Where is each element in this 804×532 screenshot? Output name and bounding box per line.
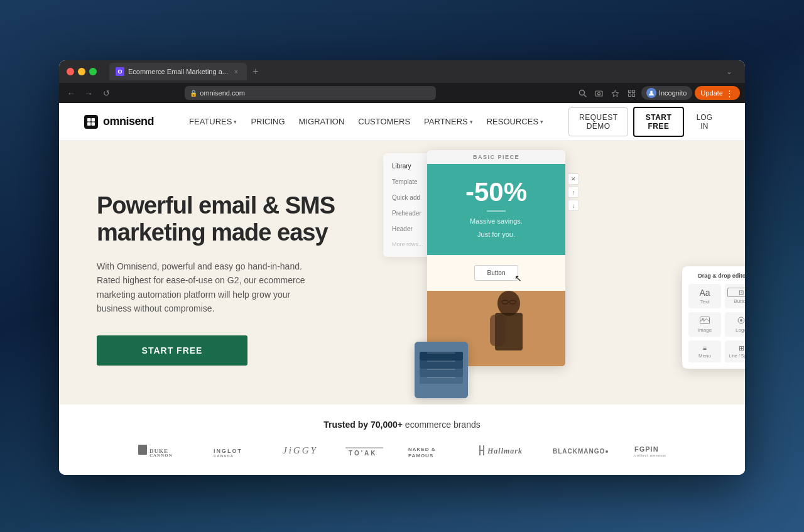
dragdrop-linespace[interactable]: ⊞ Line / Space <box>725 340 745 362</box>
svg-rect-31 <box>427 369 455 370</box>
dragdrop-menu-label: Menu <box>691 353 719 359</box>
dragdrop-grid: Aa Text ⊡ Button <box>688 284 745 362</box>
trusted-text: Trusted by 70,000+ ecommerce brands <box>323 420 480 430</box>
svg-marker-4 <box>612 90 619 97</box>
nav-features[interactable]: FEATURES ▾ <box>184 113 242 130</box>
svg-point-15 <box>497 291 520 316</box>
minimize-window-button[interactable] <box>78 68 85 75</box>
nav-resources[interactable]: RESOURCES ▾ <box>482 113 548 130</box>
dragdrop-panel: Drag & drop editor Aa Text ⊡ Button <box>682 266 745 369</box>
active-tab[interactable]: O Ecommerce Email Marketing a... × <box>109 63 247 80</box>
screenshot-icon[interactable] <box>592 86 606 100</box>
editor-move-down-button[interactable]: ↓ <box>568 200 579 211</box>
svg-rect-17 <box>490 315 505 346</box>
close-window-button[interactable] <box>67 68 74 75</box>
nav-pricing[interactable]: PRICING <box>246 113 290 130</box>
dragdrop-menu[interactable]: ≡ Menu <box>688 340 721 362</box>
svg-point-9 <box>650 91 653 94</box>
dragdrop-logo[interactable]: Logo <box>725 312 745 337</box>
brand-jiggy: JiGGY <box>283 443 320 460</box>
svg-text:Hallmark: Hallmark <box>487 447 523 455</box>
hero-description: With Omnisend, powerful and easy go hand… <box>97 259 323 316</box>
svg-text:BLACKMANGO: BLACKMANGO <box>553 448 605 455</box>
resources-chevron: ▾ <box>540 119 543 125</box>
nav-customers[interactable]: CUSTOMERS <box>353 113 415 130</box>
brand-logos: DUKE CANNON INGLOT CANADA JiGGY <box>138 442 666 460</box>
login-button[interactable]: LOG IN <box>689 108 720 136</box>
cursor-icon: ↖ <box>514 273 524 283</box>
brand-blackmango: BLACKMANGO <box>553 443 609 460</box>
partners-chevron: ▾ <box>470 119 473 125</box>
dragdrop-image-label: Image <box>691 327 719 333</box>
email-divider <box>487 210 506 212</box>
email-preview-card: BASIC PIECE -50% Massive savings. Just f… <box>427 150 565 366</box>
dragdrop-logo-label: Logo <box>727 327 745 333</box>
hero-section: Powerful email & SMS marketing made easy… <box>59 141 745 404</box>
update-button[interactable]: Update ⋮ <box>695 86 740 100</box>
dragdrop-text-label: Text <box>691 299 719 305</box>
svg-rect-11 <box>92 118 95 122</box>
back-button[interactable]: ← <box>64 86 78 100</box>
svg-rect-5 <box>629 90 631 92</box>
text-icon: Aa <box>691 288 719 298</box>
logo-text: omnisend <box>103 115 154 128</box>
search-icon[interactable] <box>576 86 590 100</box>
extensions-icon[interactable] <box>625 86 639 100</box>
profile-badge[interactable]: Incognito <box>641 86 692 100</box>
features-chevron: ▾ <box>234 119 237 125</box>
email-button-area: Button ↖ <box>427 255 565 291</box>
trusted-section: Trusted by 70,000+ ecommerce brands DUKE… <box>59 404 745 475</box>
dragdrop-button[interactable]: ⊡ Button <box>725 284 745 308</box>
browser-actions: Incognito Update ⋮ <box>576 86 740 100</box>
dragdrop-text[interactable]: Aa Text <box>688 284 721 308</box>
browser-tabs: O Ecommerce Email Marketing a... × + <box>109 63 721 80</box>
svg-rect-33 <box>138 445 147 455</box>
star-icon[interactable] <box>609 86 622 100</box>
trusted-count: Trusted by 70,000+ <box>323 420 403 430</box>
svg-text:NAKED &: NAKED & <box>408 447 435 452</box>
desktop: O Ecommerce Email Marketing a... × + ⌄ ←… <box>0 0 804 532</box>
website-content: omnisend FEATURES ▾ PRICING MIGRATION CU… <box>59 103 745 475</box>
email-discount-section: -50% Massive savings. Just for you. <box>427 164 565 255</box>
svg-text:collect awesome: collect awesome <box>634 453 666 457</box>
brand-toak: TO'AK <box>345 443 383 460</box>
svg-rect-10 <box>87 118 91 122</box>
svg-rect-6 <box>633 90 635 92</box>
browser-chrome: O Ecommerce Email Marketing a... × + ⌄ ←… <box>59 60 745 103</box>
svg-rect-30 <box>427 361 455 362</box>
collapse-button[interactable]: ⌄ <box>726 67 737 76</box>
nav-migration[interactable]: MIGRATION <box>294 113 350 130</box>
site-nav: omnisend FEATURES ▾ PRICING MIGRATION CU… <box>59 103 745 141</box>
maximize-window-button[interactable] <box>89 68 97 75</box>
svg-text:CANNON: CANNON <box>149 453 173 457</box>
brand-naked-famous: NAKED & FAMOUS <box>408 443 452 460</box>
dragdrop-image[interactable]: Image <box>688 312 721 337</box>
nav-partners[interactable]: PARTNERS ▾ <box>419 113 478 130</box>
new-tab-button[interactable]: + <box>247 63 264 80</box>
svg-line-1 <box>584 94 587 97</box>
brand-fgpin: FGPIN collect awesome <box>634 443 666 460</box>
email-subtitle-line1: Massive savings. <box>437 217 555 226</box>
svg-text:FGPIN: FGPIN <box>634 445 659 453</box>
logo-area[interactable]: omnisend <box>84 115 154 129</box>
lock-icon: 🔒 <box>190 90 197 97</box>
linespace-icon: ⊞ <box>727 344 745 352</box>
hero-start-free-button[interactable]: START FREE <box>97 335 247 366</box>
editor-delete-button[interactable]: ✕ <box>568 173 579 185</box>
reload-button[interactable]: ↺ <box>99 86 113 100</box>
editor-move-up-button[interactable]: ↑ <box>568 187 579 198</box>
svg-point-45 <box>606 450 608 453</box>
request-demo-button[interactable]: REQUEST DEMO <box>568 107 628 136</box>
address-bar[interactable]: 🔒 omnisend.com <box>185 86 436 100</box>
tab-close-button[interactable]: × <box>232 67 241 76</box>
brand-inglot: INGLOT CANADA <box>214 443 258 460</box>
hero-title: Powerful email & SMS marketing made easy <box>97 192 377 247</box>
brand-duke-cannon: DUKE CANNON <box>138 442 188 460</box>
tab-favicon: O <box>116 67 124 76</box>
product-jeans-card <box>415 342 468 398</box>
start-free-nav-button[interactable]: START FREE <box>633 107 683 137</box>
email-card-brand: BASIC PIECE <box>427 150 565 164</box>
forward-button[interactable]: → <box>82 86 95 100</box>
email-cta-button[interactable]: Button <box>474 265 519 281</box>
profile-avatar <box>646 88 656 98</box>
